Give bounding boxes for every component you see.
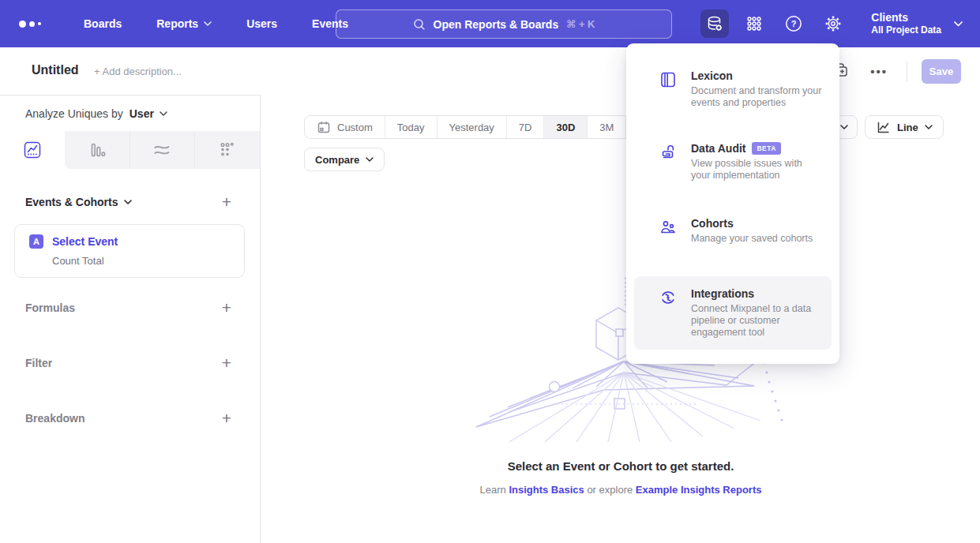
analyze-label: Analyze Uniques by [25,107,123,120]
date-range-3m[interactable]: 3M [588,116,626,138]
date-range-7d[interactable]: 7D [507,116,545,138]
events-cohorts-header[interactable]: Events & Cohorts [25,196,132,208]
events-cohorts-section: Events & Cohorts + [0,188,260,216]
chevron-down-icon [366,157,374,162]
select-event-label[interactable]: Select Event [52,235,118,248]
search-placeholder: Open Reports & Boards [434,18,559,31]
formulas-section: Formulas + [0,294,260,322]
event-letter-badge: A [29,234,43,249]
chart-type-tabs [0,131,260,169]
chevron-down-icon [954,21,963,27]
save-button[interactable]: Save [922,59,961,84]
add-formula-button[interactable]: + [222,300,231,316]
help-button[interactable]: ? [779,9,808,38]
tab-bar-chart[interactable] [65,131,130,169]
beta-badge: BETA [752,142,781,155]
search-shortcut: ⌘ + K [566,18,595,30]
project-scope: All Project Data [871,24,941,36]
add-event-button[interactable]: + [222,194,231,210]
empty-state-links: Learn Insights Basics or explore Example… [261,484,980,496]
chevron-down-icon [160,111,167,116]
cohorts-users-icon [659,219,677,236]
settings-button[interactable] [819,9,847,38]
count-total-label[interactable]: Count Total [52,255,244,267]
header-divider [907,61,907,81]
chevron-down-icon [840,125,848,129]
integrations-sync-icon [659,289,677,306]
chart-canvas: Custom Today Yesterday 7D 30D 3M 6M Comp… [261,95,980,543]
apps-grid-button[interactable] [740,9,768,38]
svg-text:?: ? [791,19,797,28]
menu-item-integrations[interactable]: Integrations Connect Mixpanel to a data … [634,276,832,350]
search-icon [413,18,426,31]
report-title[interactable]: Untitled [32,63,79,77]
more-options-button[interactable]: ••• [865,65,892,78]
flow-chart-tab-icon [152,140,171,159]
metrics-grid-tab-icon [218,140,237,159]
filter-section: Filter + [0,349,260,377]
breakdown-section: Breakdown + [0,404,260,433]
example-reports-link[interactable]: Example Insights Reports [636,484,762,496]
add-filter-button[interactable]: + [222,355,231,371]
line-chart-icon [876,120,891,135]
analyze-uniques-row: Analyze Uniques by User [0,95,260,131]
nav-item-users[interactable]: Users [246,17,277,30]
date-range-30d-selected[interactable]: 30D [544,116,588,138]
chevron-down-icon [925,125,933,129]
chevron-down-icon [204,21,212,26]
chart-style-button[interactable]: Line [865,115,944,139]
tab-flow-chart[interactable] [130,131,195,169]
analyze-value-dropdown[interactable]: User [130,107,154,120]
insights-basics-link[interactable]: Insights Basics [509,484,584,496]
line-chart-tab-icon [23,140,42,159]
menu-item-lexicon[interactable]: Lexicon Document and transform your even… [626,69,839,109]
database-gear-icon [705,14,724,33]
mixpanel-logo-icon[interactable] [19,21,51,28]
breakdown-label: Breakdown [25,412,84,425]
report-description-placeholder[interactable]: + Add description... [94,66,182,77]
empty-state-title: Select an Event or Cohort to get started… [261,459,980,473]
learn-prefix: Learn [480,484,506,496]
filter-label: Filter [25,357,52,369]
event-card[interactable]: A Select Event Count Total [14,224,245,278]
nav-item-reports[interactable]: Reports [156,17,212,30]
project-selector[interactable]: Clients All Project Data [871,11,963,36]
bar-chart-tab-icon [88,140,107,159]
menu-item-cohorts[interactable]: Cohorts Manage your saved cohorts [626,217,839,245]
chevron-down-icon [124,200,132,204]
date-range-yesterday[interactable]: Yesterday [437,116,507,138]
data-management-menu: Lexicon Document and transform your even… [626,43,839,364]
insights-report-page: Boards Reports Users Events Open Reports… [0,0,980,543]
lexicon-book-icon [659,71,677,88]
tab-metrics-grid[interactable] [194,131,260,169]
or-explore-text: or explore [587,484,633,496]
top-nav: Boards Reports Users Events Open Reports… [0,0,980,47]
project-name: Clients [871,11,941,24]
data-management-button[interactable] [700,9,729,38]
query-sidebar: Analyze Uniques by User [0,95,261,543]
nav-item-boards[interactable]: Boards [84,17,122,30]
help-icon: ? [784,14,803,33]
tab-insights-line[interactable] [0,131,65,169]
date-range-control: Custom Today Yesterday 7D 30D 3M 6M [304,115,665,139]
compare-button[interactable]: Compare [304,148,385,171]
date-range-today[interactable]: Today [385,116,437,138]
global-search[interactable]: Open Reports & Boards ⌘ + K [336,9,672,39]
date-range-custom[interactable]: Custom [305,116,385,138]
menu-item-data-audit[interactable]: Data AuditBETA View possible issues with… [626,142,839,182]
data-audit-icon [659,144,677,161]
gear-icon [824,14,843,33]
formulas-label: Formulas [25,301,75,314]
calendar-icon [317,120,331,134]
add-breakdown-button[interactable]: + [222,410,231,426]
grid-icon [745,14,764,33]
